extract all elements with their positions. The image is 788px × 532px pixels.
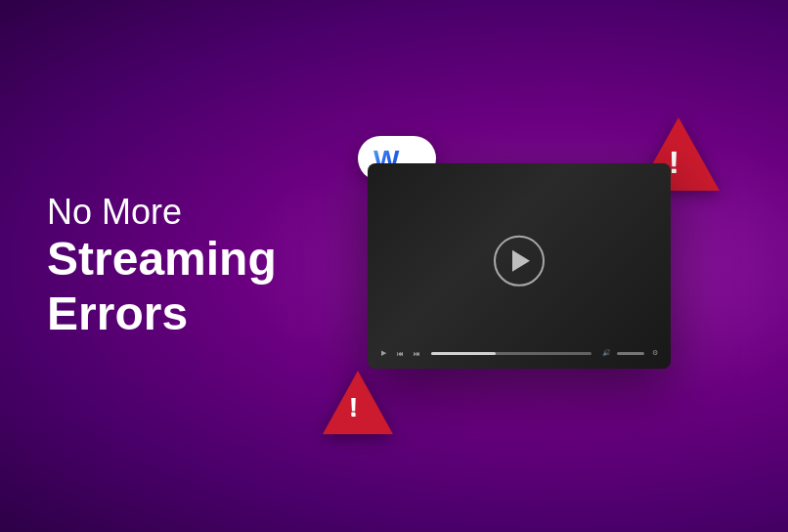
play-pause-control[interactable]: ▶ <box>377 347 389 359</box>
skip-forward-control[interactable]: ⏭ <box>411 347 422 359</box>
progress-fill <box>431 352 496 355</box>
headline-line1: No More <box>47 192 277 232</box>
headline-line3: Errors <box>47 287 277 340</box>
skip-back-control[interactable]: ⏮ <box>394 347 406 359</box>
volume-bar[interactable] <box>617 352 644 355</box>
warning-triangle-bottom-left: ! <box>323 371 393 434</box>
progress-bar[interactable] <box>431 352 591 355</box>
play-pause-icon: ▶ <box>381 349 386 357</box>
headline-line2: Streaming <box>47 233 277 287</box>
volume-icon: 🔊 <box>602 349 611 357</box>
play-icon <box>512 250 530 272</box>
headline-area: No More Streaming Errors <box>47 192 277 340</box>
controls-bar: ▶ ⏮ ⏭ 🔊 <box>377 347 661 359</box>
page-background: No More Streaming Errors ! W <box>0 0 788 532</box>
warning-icon-bottom-left: ! <box>349 392 358 422</box>
video-screen: ▶ ⏮ ⏭ 🔊 <box>368 163 671 369</box>
skip-back-icon: ⏮ <box>397 350 404 357</box>
video-player: W ▶ <box>368 163 671 369</box>
skip-forward-icon: ⏭ <box>414 350 420 357</box>
settings-icon: ⚙ <box>652 349 658 357</box>
play-button[interactable] <box>494 236 545 287</box>
settings-control[interactable]: ⚙ <box>649 347 661 359</box>
volume-control[interactable]: 🔊 <box>600 347 612 359</box>
